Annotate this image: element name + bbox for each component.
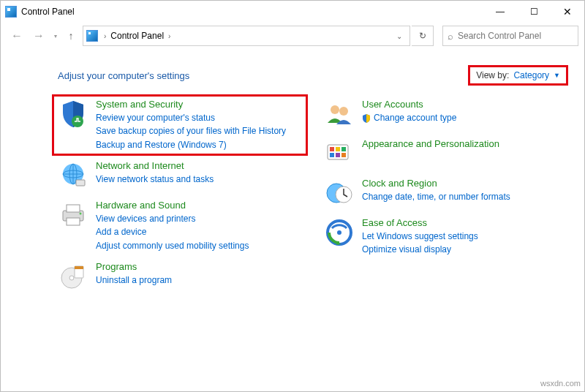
control-panel-icon [86,30,98,42]
svg-rect-6 [67,205,80,212]
search-placeholder: Search Control Panel [458,31,541,41]
category-link[interactable]: Add a device [96,226,249,238]
svg-point-25 [337,230,341,235]
chevron-right-icon[interactable]: › [101,32,109,40]
category-title[interactable]: Network and Internet [96,160,214,173]
category-title[interactable]: Ease of Access [362,217,478,230]
content-area: Adjust your computer's settings View by:… [1,49,584,292]
svg-point-13 [331,105,339,114]
minimize-button[interactable]: ― [483,1,517,23]
svg-rect-18 [341,147,346,151]
ease-of-access-icon [324,217,355,248]
category-appearance-personalization[interactable]: Appearance and Personalization [324,138,568,169]
watermark: wsxdn.com [540,379,581,388]
category-hardware-sound[interactable]: Hardware and Sound View devices and prin… [58,200,302,252]
refresh-button[interactable]: ↻ [412,26,434,46]
category-link[interactable]: Adjust commonly used mobility settings [96,240,249,252]
window-title: Control Panel [21,7,75,17]
left-column: System and Security Review your computer… [58,99,302,292]
category-link[interactable]: View devices and printers [96,213,249,225]
breadcrumb-root[interactable]: Control Panel [109,31,165,41]
svg-rect-17 [336,147,340,151]
svg-rect-7 [67,218,80,225]
category-system-security[interactable]: System and Security Review your computer… [52,94,308,156]
view-by-selector[interactable]: View by: Category ▼ [468,65,568,86]
category-user-accounts[interactable]: User Accounts Change account type [324,99,568,129]
titlebar: Control Panel ― ☐ ✕ [1,1,584,23]
up-button[interactable]: ↑ [62,27,80,45]
svg-rect-20 [336,153,340,157]
chevron-right-icon[interactable]: › [165,32,173,40]
address-bar[interactable]: › Control Panel › ⌄ [83,26,410,46]
category-title[interactable]: User Accounts [362,99,456,111]
category-link[interactable]: View network status and tasks [96,173,214,186]
disc-icon [58,261,88,292]
category-link[interactable]: Uninstall a program [96,274,172,287]
svg-rect-12 [75,266,83,269]
search-input[interactable]: ⌕ Search Control Panel [442,26,578,46]
view-by-value: Category [513,70,549,80]
category-link[interactable]: Backup and Restore (Windows 7) [96,139,286,151]
category-title[interactable]: Clock and Region [362,178,510,190]
svg-point-14 [339,107,348,116]
category-programs[interactable]: Programs Uninstall a program [58,261,302,292]
svg-rect-21 [341,153,346,157]
view-by-label: View by: [476,70,509,80]
category-link[interactable]: Review your computer's status [96,112,286,124]
category-link[interactable]: Change account type [374,112,456,124]
category-title[interactable]: Hardware and Sound [96,200,249,212]
right-column: User Accounts Change account type Appear… [324,99,568,292]
uac-shield-icon [362,114,371,123]
svg-point-0 [72,116,83,127]
category-link[interactable]: Optimize visual display [362,244,478,256]
clock-icon [324,178,355,208]
window-buttons: ― ☐ ✕ [483,1,584,23]
page-title: Adjust your computer's settings [58,70,189,81]
header-row: Adjust your computer's settings View by:… [58,65,568,86]
category-link[interactable]: Change date, time, or number formats [362,191,510,203]
svg-rect-16 [330,147,334,151]
globe-icon [58,160,88,191]
users-icon [324,99,355,129]
category-columns: System and Security Review your computer… [58,99,568,292]
address-dropdown[interactable]: ⌄ [392,32,407,40]
search-icon: ⌕ [448,31,453,42]
shield-icon [58,99,88,129]
control-panel-icon [5,6,17,18]
maximize-button[interactable]: ☐ [517,1,551,23]
category-title[interactable]: Appearance and Personalization [362,138,499,151]
chevron-down-icon: ▼ [554,72,560,79]
forward-button[interactable]: → [29,26,49,46]
history-dropdown[interactable]: ▾ [50,33,61,39]
category-ease-of-access[interactable]: Ease of Access Let Windows suggest setti… [324,217,568,257]
printer-icon [58,200,88,230]
svg-point-10 [69,276,74,280]
svg-rect-4 [76,180,85,186]
category-network-internet[interactable]: Network and Internet View network status… [58,160,302,191]
category-title[interactable]: System and Security [96,99,286,111]
category-link[interactable]: Let Windows suggest settings [362,230,478,243]
category-clock-region[interactable]: Clock and Region Change date, time, or n… [324,178,568,208]
category-link[interactable]: Save backup copies of your files with Fi… [96,125,286,137]
svg-rect-19 [330,153,334,157]
category-title[interactable]: Programs [96,261,172,274]
navbar: ← → ▾ ↑ › Control Panel › ⌄ ↻ ⌕ Search C… [1,23,584,49]
close-button[interactable]: ✕ [551,1,584,23]
personalization-icon [324,138,355,169]
svg-point-8 [80,213,82,215]
back-button[interactable]: ← [7,26,27,46]
